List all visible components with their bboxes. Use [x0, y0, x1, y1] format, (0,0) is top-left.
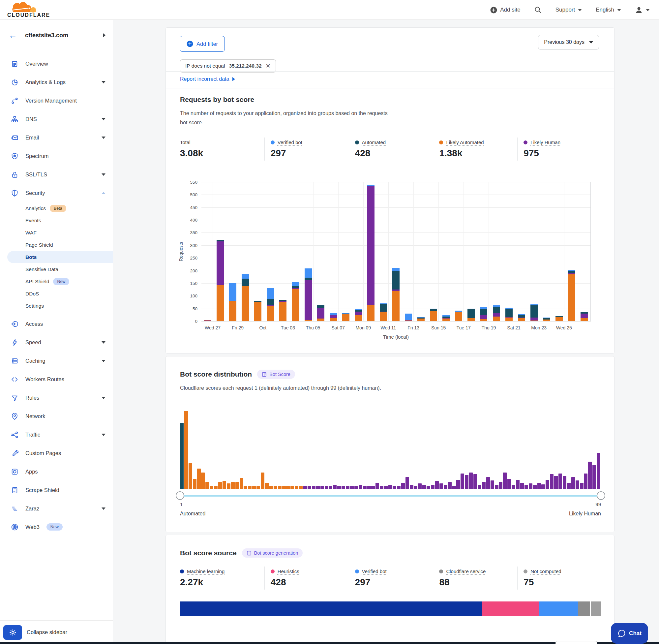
add-filter-button[interactable]: Add filter [180, 36, 225, 51]
sidebar-item-analytics-logs[interactable]: Analytics & Logs [0, 73, 113, 91]
legend-dot [180, 570, 184, 573]
back-arrow-icon[interactable]: ← [8, 31, 17, 40]
chart-bar [217, 240, 224, 321]
sidebar-item-page-shield[interactable]: Page Shield [0, 239, 113, 251]
slider-handle-min[interactable] [176, 491, 184, 500]
sidebar-item-label: Bots [25, 254, 37, 260]
slider-min-label: Automated [180, 511, 205, 517]
bot-score-generation-badge[interactable]: Bot score generation [242, 548, 303, 558]
cloudflare-logo[interactable]: CLOUDFLARE [7, 1, 57, 19]
date-range-dropdown[interactable]: Previous 30 days [538, 35, 599, 49]
stat-label[interactable]: Machine learning [187, 569, 225, 574]
stat-label[interactable]: Not computed [531, 569, 561, 574]
sidebar-item-network[interactable]: Network [0, 407, 113, 426]
sidebar-item-security[interactable]: Security [0, 184, 113, 202]
histogram-bar [312, 486, 315, 489]
bot-score-badge[interactable]: Bot Score [257, 370, 295, 379]
sidebar-item-speed[interactable]: Speed [0, 333, 113, 351]
collapse-sidebar-button[interactable]: Collapse sidebar [27, 629, 67, 636]
chat-button[interactable]: Chat [611, 623, 648, 644]
slider-min-value: 1 [180, 502, 183, 507]
x-tick-label: Thu 19 [481, 325, 496, 330]
sidebar-item-label: SSL/TLS [25, 171, 47, 178]
close-icon[interactable]: ✕ [266, 63, 270, 69]
web3-icon [11, 523, 19, 531]
stat-value: 3.08k [180, 148, 264, 159]
y-tick-label: 200 [190, 268, 197, 273]
stat-label[interactable]: Automated [362, 139, 386, 145]
sidebar-item-version-management[interactable]: Version Management [0, 91, 113, 110]
slider-max-label: Likely Human [535, 511, 601, 517]
chart-bar [380, 303, 387, 321]
histogram-bar [257, 486, 260, 489]
bar-segment-verified-bot [305, 269, 312, 278]
sidebar-item-zaraz[interactable]: Zaraz [0, 499, 113, 518]
report-incorrect-data-link[interactable]: Report incorrect data [180, 76, 235, 82]
score-range-slider[interactable] [180, 495, 601, 497]
search-button[interactable] [534, 6, 542, 14]
support-menu[interactable]: Support [556, 6, 582, 13]
sidebar-item-ssl-tls[interactable]: SSL/TLS [0, 165, 113, 184]
sidebar-item-sensitive-data[interactable]: Sensitive Data [0, 263, 113, 275]
network-icon [11, 413, 19, 420]
sidebar-item-workers-routes[interactable]: Workers Routes [0, 370, 113, 388]
sidebar-item-caching[interactable]: Caching [0, 351, 113, 370]
stat-label[interactable]: Heuristics [278, 569, 299, 574]
sidebar-item-label: Version Management [25, 98, 77, 104]
sidebar-item-access[interactable]: Access [0, 315, 113, 333]
sidebar-item-overview[interactable]: Overview [0, 54, 113, 73]
y-tick-label: 250 [190, 256, 197, 260]
email-icon [11, 134, 19, 141]
settings-button[interactable] [3, 625, 22, 640]
chevron-down-icon [101, 81, 105, 84]
stat-likely-automated: Likely Automated1.38k [433, 138, 517, 161]
histogram-bar [321, 486, 324, 489]
stat-verified-bot: Verified bot297 [349, 567, 433, 590]
stat-label[interactable]: Likely Human [531, 139, 560, 145]
add-site-button[interactable]: Add site [490, 6, 520, 14]
bar-segment-likely-automated [581, 318, 588, 321]
sidebar-item-bots[interactable]: Bots [7, 251, 113, 263]
sidebar-item-scrape-shield[interactable]: Scrape Shield [0, 481, 113, 499]
stat-label[interactable]: Verified bot [278, 139, 302, 145]
slider-handle-max[interactable] [597, 491, 605, 500]
sidebar-item-apps[interactable]: Apps [0, 462, 113, 481]
y-tick-label: 0 [195, 319, 197, 324]
sidebar-item-dns[interactable]: DNS [0, 110, 113, 128]
stat-label[interactable]: Verified bot [362, 569, 387, 574]
histogram-bar [269, 486, 273, 489]
sidebar-item-custom-pages[interactable]: Custom Pages [0, 444, 113, 462]
sidebar-item-label: Custom Pages [25, 450, 61, 456]
sidebar-item-traffic[interactable]: Traffic [0, 426, 113, 444]
filter-chip[interactable]: IP does not equal 35.212.240.32 ✕ [180, 59, 276, 72]
bar-segment-likely-automated [317, 319, 324, 321]
bar-segment-likely-human [480, 315, 487, 319]
gridline [288, 182, 288, 321]
histogram-bar [512, 485, 515, 489]
sidebar-item-spectrum[interactable]: Spectrum [0, 147, 113, 165]
stat-label[interactable]: Cloudflare service [446, 569, 486, 574]
sidebar-item-analytics[interactable]: AnalyticsBeta [0, 202, 113, 214]
chart-bar [556, 316, 563, 321]
sidebar-item-events[interactable]: Events [0, 214, 113, 227]
sidebar-item-waf[interactable]: WAF [0, 227, 113, 239]
language-menu[interactable]: English [596, 6, 621, 13]
sidebar-item-api-shield[interactable]: API ShieldNew [0, 275, 113, 288]
sidebar-item-web3[interactable]: Web3New [0, 518, 113, 536]
histogram-bar [431, 485, 434, 489]
gridline [564, 182, 564, 321]
gridline [263, 182, 263, 321]
x-tick-label: Fri 13 [407, 325, 419, 330]
sidebar-item-ddos[interactable]: DDoS [0, 288, 113, 300]
x-tick-label: Wed 27 [205, 325, 220, 330]
stat-total: Total3.08k [180, 138, 264, 161]
bar-segment-likely-automated [204, 321, 211, 321]
stat-label[interactable]: Likely Automated [446, 139, 484, 145]
sidebar-item-settings[interactable]: Settings [0, 300, 113, 312]
account-menu[interactable] [635, 6, 650, 14]
histogram-bar [342, 486, 345, 489]
sidebar-item-label: Events [25, 217, 41, 224]
sidebar-item-email[interactable]: Email [0, 128, 113, 147]
chevron-right-icon[interactable] [103, 33, 105, 37]
sidebar-item-rules[interactable]: Rules [0, 388, 113, 407]
